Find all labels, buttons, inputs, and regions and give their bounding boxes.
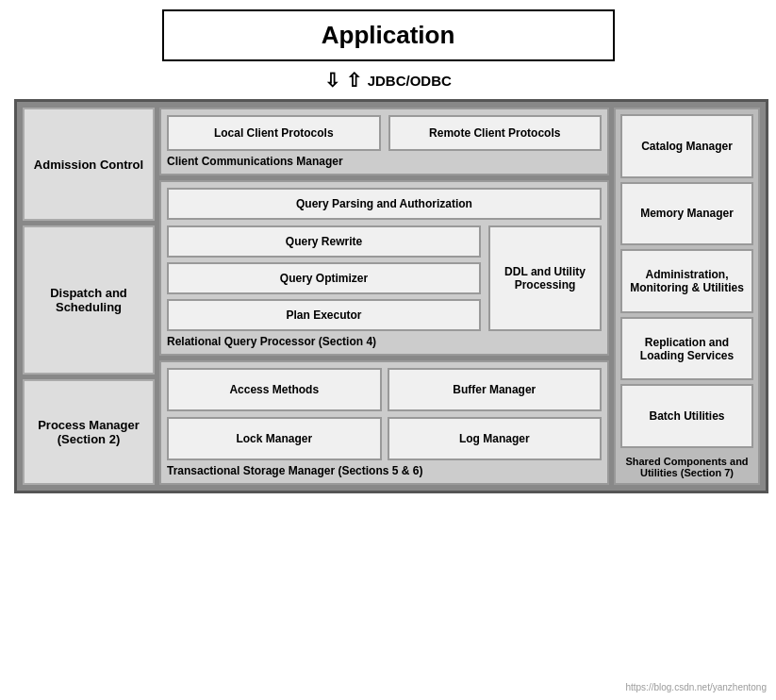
main-diagram: Admission Control Dispatch and Schedulin… [14, 99, 768, 493]
right-column: Catalog Manager Memory Manager Administr… [614, 108, 760, 485]
process-manager-label: Process Manager (Section 2) [30, 418, 147, 446]
admin-monitoring-label: Administration, Monitoring & Utilities [627, 268, 747, 294]
replication-loading-label: Replication and Loading Services [627, 336, 747, 362]
batch-utilities-box: Batch Utilities [620, 384, 753, 448]
local-client-box: Local Client Protocols [167, 115, 381, 151]
lock-manager-box: Lock Manager [167, 417, 382, 460]
buffer-manager-box: Buffer Manager [388, 368, 603, 411]
query-rewrite-label: Query Rewrite [286, 235, 362, 248]
query-parsing-box: Query Parsing and Authorization [167, 188, 602, 220]
memory-manager-box: Memory Manager [620, 182, 753, 246]
access-methods-label: Access Methods [229, 383, 319, 396]
memory-manager-label: Memory Manager [640, 207, 734, 220]
ddl-label: DDL and Utility Processing [495, 265, 595, 292]
admission-control-label: Admission Control [34, 158, 143, 172]
local-client-label: Local Client Protocols [214, 126, 334, 140]
rqp-left-items: Query Rewrite Query Optimizer Plan Execu… [167, 225, 481, 331]
rqp-box: Query Parsing and Authorization Query Re… [159, 180, 609, 356]
batch-utilities-label: Batch Utilities [649, 409, 724, 423]
query-optimizer-label: Query Optimizer [280, 272, 368, 285]
log-manager-label: Log Manager [459, 432, 530, 445]
process-manager-box: Process Manager (Section 2) [23, 379, 155, 485]
tsm-label: Transactional Storage Manager (Sections … [167, 464, 602, 477]
app-title: Application [322, 21, 455, 49]
catalog-manager-box: Catalog Manager [620, 114, 753, 178]
lock-manager-label: Lock Manager [236, 432, 312, 445]
shared-components-box: Catalog Manager Memory Manager Administr… [614, 108, 760, 485]
page-container: Application ⇩ ⇧ JDBC/ODBC Admission Cont… [0, 0, 776, 503]
query-rewrite-box: Query Rewrite [167, 225, 481, 258]
ddl-box: DDL and Utility Processing [488, 225, 602, 331]
replication-loading-box: Replication and Loading Services [620, 317, 753, 381]
watermark: https://blog.csdn.net/yanzhentong [625, 682, 767, 692]
jdbc-arrows: ⇩ ⇧ [324, 69, 362, 92]
tsm-grid: Access Methods Buffer Manager Lock Manag… [167, 368, 602, 460]
middle-column: Local Client Protocols Remote Client Pro… [159, 108, 609, 485]
access-methods-box: Access Methods [167, 368, 382, 411]
admission-control-box: Admission Control [23, 108, 155, 221]
rqp-row: Query Rewrite Query Optimizer Plan Execu… [167, 225, 602, 331]
client-proto-row: Local Client Protocols Remote Client Pro… [167, 115, 602, 151]
dispatch-scheduling-label: Dispatch and Scheduling [30, 286, 147, 314]
application-box: Application [162, 9, 615, 61]
query-optimizer-box: Query Optimizer [167, 262, 481, 294]
admin-monitoring-box: Administration, Monitoring & Utilities [620, 249, 753, 313]
dispatch-scheduling-box: Dispatch and Scheduling [23, 225, 155, 375]
jdbc-row: ⇩ ⇧ JDBC/ODBC [14, 69, 762, 92]
remote-client-label: Remote Client Protocols [429, 126, 560, 140]
log-manager-box: Log Manager [388, 417, 603, 460]
buffer-manager-label: Buffer Manager [453, 383, 536, 396]
client-comm-label: Client Communications Manager [167, 155, 602, 168]
plan-executor-box: Plan Executor [167, 299, 481, 331]
catalog-manager-label: Catalog Manager [641, 140, 733, 153]
shared-components-footer-label: Shared Components and Utilities (Section… [620, 456, 753, 478]
rqp-label: Relational Query Processor (Section 4) [167, 335, 602, 348]
tsm-box: Access Methods Buffer Manager Lock Manag… [159, 360, 609, 485]
left-column: Admission Control Dispatch and Schedulin… [23, 108, 155, 485]
jdbc-label: JDBC/ODBC [368, 73, 452, 89]
plan-executor-label: Plan Executor [286, 308, 361, 322]
query-parsing-label: Query Parsing and Authorization [296, 197, 472, 210]
remote-client-box: Remote Client Protocols [388, 115, 603, 151]
client-comm-box: Local Client Protocols Remote Client Pro… [159, 108, 609, 175]
